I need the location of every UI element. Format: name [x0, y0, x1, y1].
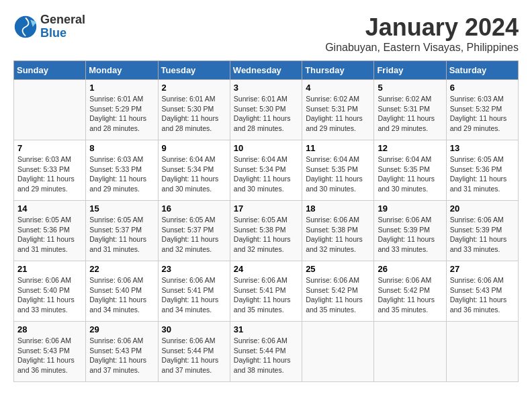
calendar-header-row: SundayMondayTuesdayWednesdayThursdayFrid… — [14, 61, 519, 80]
cell-detail: Sunrise: 6:06 AM Sunset: 5:39 PM Dayligh… — [450, 215, 515, 255]
day-header-sunday: Sunday — [14, 61, 86, 80]
cell-detail: Sunrise: 6:05 AM Sunset: 5:37 PM Dayligh… — [162, 215, 226, 255]
day-number: 27 — [450, 264, 515, 274]
calendar-week-row: 7Sunrise: 6:03 AM Sunset: 5:33 PM Daylig… — [14, 140, 519, 201]
calendar-cell: 6Sunrise: 6:03 AM Sunset: 5:32 PM Daylig… — [446, 80, 518, 140]
calendar-cell: 14Sunrise: 6:05 AM Sunset: 5:36 PM Dayli… — [14, 201, 86, 261]
calendar-week-row: 1Sunrise: 6:01 AM Sunset: 5:29 PM Daylig… — [14, 80, 519, 140]
day-number: 5 — [378, 83, 442, 93]
calendar-cell — [446, 322, 518, 382]
day-header-wednesday: Wednesday — [230, 61, 302, 80]
cell-detail: Sunrise: 6:06 AM Sunset: 5:42 PM Dayligh… — [306, 275, 370, 315]
calendar-cell: 31Sunrise: 6:06 AM Sunset: 5:44 PM Dayli… — [230, 322, 302, 382]
day-number: 1 — [89, 83, 154, 93]
day-number: 23 — [162, 264, 226, 274]
calendar-cell: 28Sunrise: 6:06 AM Sunset: 5:43 PM Dayli… — [14, 322, 86, 382]
calendar-week-row: 21Sunrise: 6:06 AM Sunset: 5:40 PM Dayli… — [14, 261, 519, 322]
calendar-cell — [302, 322, 374, 382]
calendar-week-row: 14Sunrise: 6:05 AM Sunset: 5:36 PM Dayli… — [14, 201, 519, 261]
cell-detail: Sunrise: 6:04 AM Sunset: 5:35 PM Dayligh… — [378, 154, 442, 194]
logo-text: General Blue — [40, 13, 85, 40]
month-title: January 2024 — [325, 13, 519, 42]
calendar-cell: 2Sunrise: 6:01 AM Sunset: 5:30 PM Daylig… — [158, 80, 230, 140]
calendar-cell: 17Sunrise: 6:05 AM Sunset: 5:38 PM Dayli… — [230, 201, 302, 261]
calendar-cell: 19Sunrise: 6:06 AM Sunset: 5:39 PM Dayli… — [374, 201, 446, 261]
calendar-cell: 16Sunrise: 6:05 AM Sunset: 5:37 PM Dayli… — [158, 201, 230, 261]
cell-detail: Sunrise: 6:06 AM Sunset: 5:44 PM Dayligh… — [234, 336, 298, 375]
day-number: 15 — [89, 203, 154, 214]
cell-detail: Sunrise: 6:03 AM Sunset: 5:33 PM Dayligh… — [17, 154, 82, 194]
cell-detail: Sunrise: 6:06 AM Sunset: 5:40 PM Dayligh… — [17, 275, 82, 315]
cell-detail: Sunrise: 6:06 AM Sunset: 5:42 PM Dayligh… — [378, 275, 442, 315]
logo-icon — [13, 15, 38, 39]
calendar-cell — [14, 80, 86, 140]
day-number: 20 — [450, 203, 515, 214]
header: General Blue January 2024 Ginabuyan, Eas… — [13, 13, 519, 54]
calendar-cell: 12Sunrise: 6:04 AM Sunset: 5:35 PM Dayli… — [374, 140, 446, 201]
cell-detail: Sunrise: 6:02 AM Sunset: 5:31 PM Dayligh… — [378, 94, 442, 134]
calendar-cell — [374, 322, 446, 382]
day-number: 30 — [162, 324, 226, 334]
day-number: 18 — [306, 203, 370, 214]
cell-detail: Sunrise: 6:06 AM Sunset: 5:43 PM Dayligh… — [89, 336, 154, 375]
day-number: 26 — [378, 264, 442, 274]
cell-detail: Sunrise: 6:06 AM Sunset: 5:41 PM Dayligh… — [234, 275, 298, 315]
cell-detail: Sunrise: 6:06 AM Sunset: 5:44 PM Dayligh… — [162, 336, 226, 375]
title-area: January 2024 Ginabuyan, Eastern Visayas,… — [325, 13, 519, 54]
cell-detail: Sunrise: 6:03 AM Sunset: 5:32 PM Dayligh… — [450, 94, 515, 134]
day-number: 9 — [162, 143, 226, 153]
calendar-cell: 30Sunrise: 6:06 AM Sunset: 5:44 PM Dayli… — [158, 322, 230, 382]
cell-detail: Sunrise: 6:06 AM Sunset: 5:39 PM Dayligh… — [378, 215, 442, 255]
cell-detail: Sunrise: 6:01 AM Sunset: 5:30 PM Dayligh… — [162, 94, 226, 134]
day-number: 14 — [17, 203, 82, 214]
calendar-cell: 23Sunrise: 6:06 AM Sunset: 5:41 PM Dayli… — [158, 261, 230, 322]
day-number: 19 — [378, 203, 442, 214]
cell-detail: Sunrise: 6:03 AM Sunset: 5:33 PM Dayligh… — [89, 154, 154, 194]
cell-detail: Sunrise: 6:06 AM Sunset: 5:38 PM Dayligh… — [306, 215, 370, 255]
logo-blue: Blue — [40, 27, 85, 40]
calendar-cell: 1Sunrise: 6:01 AM Sunset: 5:29 PM Daylig… — [86, 80, 158, 140]
day-header-monday: Monday — [86, 61, 158, 80]
day-number: 11 — [306, 143, 370, 153]
calendar-table: SundayMondayTuesdayWednesdayThursdayFrid… — [13, 60, 519, 382]
cell-detail: Sunrise: 6:06 AM Sunset: 5:40 PM Dayligh… — [89, 275, 154, 315]
day-number: 10 — [234, 143, 298, 153]
calendar-cell: 13Sunrise: 6:05 AM Sunset: 5:36 PM Dayli… — [446, 140, 518, 201]
calendar-cell: 29Sunrise: 6:06 AM Sunset: 5:43 PM Dayli… — [86, 322, 158, 382]
day-number: 4 — [306, 83, 370, 93]
calendar-cell: 4Sunrise: 6:02 AM Sunset: 5:31 PM Daylig… — [302, 80, 374, 140]
calendar-cell: 8Sunrise: 6:03 AM Sunset: 5:33 PM Daylig… — [86, 140, 158, 201]
day-number: 8 — [89, 143, 154, 153]
day-number: 22 — [89, 264, 154, 274]
calendar-cell: 3Sunrise: 6:01 AM Sunset: 5:30 PM Daylig… — [230, 80, 302, 140]
calendar-cell: 25Sunrise: 6:06 AM Sunset: 5:42 PM Dayli… — [302, 261, 374, 322]
day-number: 25 — [306, 264, 370, 274]
logo: General Blue — [13, 13, 85, 40]
cell-detail: Sunrise: 6:06 AM Sunset: 5:43 PM Dayligh… — [17, 336, 82, 375]
calendar-cell: 26Sunrise: 6:06 AM Sunset: 5:42 PM Dayli… — [374, 261, 446, 322]
calendar-cell: 10Sunrise: 6:04 AM Sunset: 5:34 PM Dayli… — [230, 140, 302, 201]
day-number: 21 — [17, 264, 82, 274]
calendar-cell: 22Sunrise: 6:06 AM Sunset: 5:40 PM Dayli… — [86, 261, 158, 322]
cell-detail: Sunrise: 6:05 AM Sunset: 5:36 PM Dayligh… — [17, 215, 82, 255]
day-number: 28 — [17, 324, 82, 334]
day-number: 24 — [234, 264, 298, 274]
day-number: 31 — [234, 324, 298, 334]
cell-detail: Sunrise: 6:02 AM Sunset: 5:31 PM Dayligh… — [306, 94, 370, 134]
cell-detail: Sunrise: 6:05 AM Sunset: 5:38 PM Dayligh… — [234, 215, 298, 255]
day-number: 2 — [162, 83, 226, 93]
calendar-cell: 21Sunrise: 6:06 AM Sunset: 5:40 PM Dayli… — [14, 261, 86, 322]
day-number: 3 — [234, 83, 298, 93]
cell-detail: Sunrise: 6:06 AM Sunset: 5:41 PM Dayligh… — [162, 275, 226, 315]
cell-detail: Sunrise: 6:04 AM Sunset: 5:34 PM Dayligh… — [162, 154, 226, 194]
day-number: 6 — [450, 83, 515, 93]
day-number: 7 — [17, 143, 82, 153]
day-number: 12 — [378, 143, 442, 153]
day-header-friday: Friday — [374, 61, 446, 80]
calendar-cell: 27Sunrise: 6:06 AM Sunset: 5:43 PM Dayli… — [446, 261, 518, 322]
day-number: 29 — [89, 324, 154, 334]
calendar-cell: 5Sunrise: 6:02 AM Sunset: 5:31 PM Daylig… — [374, 80, 446, 140]
calendar-cell: 9Sunrise: 6:04 AM Sunset: 5:34 PM Daylig… — [158, 140, 230, 201]
calendar-cell: 11Sunrise: 6:04 AM Sunset: 5:35 PM Dayli… — [302, 140, 374, 201]
calendar-cell: 24Sunrise: 6:06 AM Sunset: 5:41 PM Dayli… — [230, 261, 302, 322]
